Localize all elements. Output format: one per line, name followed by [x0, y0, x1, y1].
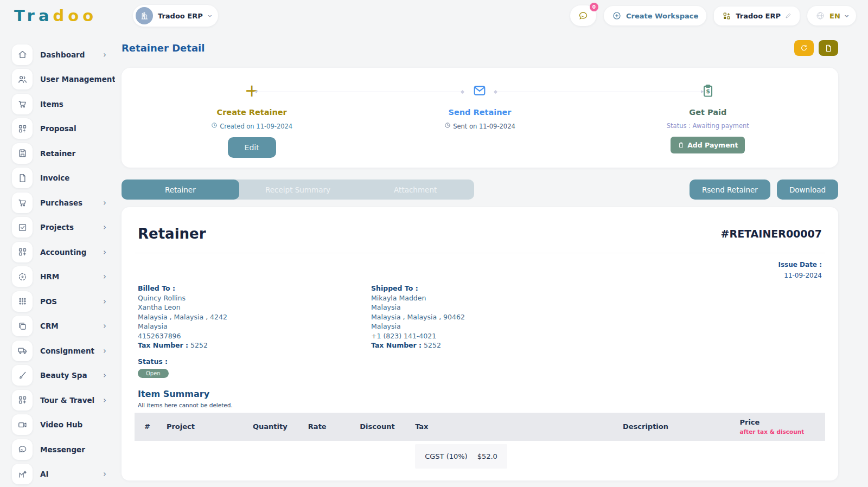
sidebar-item-dashboard[interactable]: Dashboard› [12, 42, 110, 67]
create-workspace-label: Create Workspace [626, 12, 698, 20]
sidebar-item-video-hub[interactable]: Video Hub [12, 413, 110, 438]
sidebar-item-hrm[interactable]: HRM› [12, 265, 110, 290]
sidebar-item-tour-travel[interactable]: Tour & Travel› [12, 388, 110, 413]
empty-cell [556, 441, 735, 471]
workspace-grid-icon [722, 11, 731, 21]
tax-detail-cell: CGST (10%)$52.0 [411, 441, 556, 471]
add-payment-button[interactable]: Add Payment [671, 137, 745, 153]
truck-icon [12, 341, 33, 361]
column-header-tax: Tax [411, 413, 556, 441]
empty-cell [162, 441, 248, 471]
sidebar-item-label: Items [40, 100, 63, 108]
sidebar-item-label: Consignment [40, 347, 94, 355]
sidebar-item-projects[interactable]: Projects› [12, 215, 110, 240]
shipped-to-block: Shipped To :Mikayla MaddenMalaysiaMalays… [371, 284, 604, 350]
svg-text:$: $ [706, 88, 710, 95]
edit-button[interactable]: Edit [228, 137, 276, 158]
language-label: EN [829, 12, 840, 20]
chevron-right-icon: › [103, 222, 110, 232]
address-line: Xantha Leon [138, 303, 371, 312]
scan-circle-icon [12, 266, 33, 287]
tax-number-line: Tax Number : 5252 [371, 341, 604, 350]
step-send-subtitle: Sent on 11-09-2024 [444, 122, 515, 130]
refresh-button[interactable] [794, 40, 814, 56]
sidebar-item-beauty-spa[interactable]: Beauty Spa› [12, 363, 110, 388]
qr-icon [12, 118, 33, 139]
cell-rate: $520.0 [304, 471, 355, 481]
language-selector[interactable]: EN › [807, 6, 856, 25]
refresh-icon [800, 44, 808, 53]
sidebar-item-user-management[interactable]: User Management› [12, 67, 110, 92]
resend-retainer-button[interactable]: Rsend Retainer [690, 180, 770, 200]
cell-description: - [556, 471, 735, 481]
workspace-avatar [136, 7, 153, 24]
sidebar-item-ai[interactable]: AI› [12, 462, 110, 487]
status-badge: Open [138, 369, 169, 378]
empty-cell [304, 441, 355, 471]
document-title: Retainer [138, 226, 206, 242]
file-icon [12, 168, 33, 188]
tab-retainer[interactable]: Retainer [122, 180, 239, 200]
tax-number-label: Tax Number : [138, 341, 188, 349]
sidebar-item-label: Tour & Travel [40, 396, 94, 405]
cart-icon [12, 94, 33, 114]
chat-button[interactable]: 0 [570, 5, 596, 26]
download-button[interactable]: Download [777, 180, 838, 200]
sidebar-item-retainer[interactable]: Retainer [12, 141, 110, 166]
file-icon [824, 44, 833, 53]
step-connector [255, 92, 463, 92]
sidebar-item-proposal[interactable]: Proposal [12, 117, 110, 142]
empty-cell [735, 441, 825, 471]
sidebar: Dashboard›User Management›ItemsProposalR… [0, 31, 115, 487]
sidebar-item-label: Dashboard [40, 50, 85, 59]
chevron-right-icon: › [103, 50, 110, 60]
sidebar-item-purchases[interactable]: Purchases› [12, 190, 110, 215]
column-header-project: Project [162, 413, 248, 441]
video-icon [12, 414, 33, 435]
status-block: Status : Open [138, 357, 822, 378]
item-summary-title: Item Summary [138, 389, 822, 399]
sidebar-item-crm[interactable]: CRM› [12, 314, 110, 339]
tax-detail-row: CGST (10%)$52.0 [135, 441, 825, 471]
tab-attachment[interactable]: Attachment [356, 180, 474, 200]
users-icon [12, 69, 33, 89]
retainer-number: #RETAINER00007 [721, 228, 822, 240]
chevron-right-icon: › [103, 297, 110, 306]
items-table: #ProjectQuantityRateDiscountTaxDescripti… [135, 413, 825, 481]
tax-number-label: Tax Number : [371, 341, 422, 349]
address-line: Malaysia [371, 322, 604, 331]
sidebar-item-pos[interactable]: POS› [12, 289, 110, 314]
address-line: 4152637896 [138, 331, 371, 341]
column-header-: # [135, 413, 162, 441]
chevron-right-icon: › [103, 370, 110, 380]
sidebar-item-label: CRM [40, 322, 59, 330]
empty-cell [248, 441, 304, 471]
sidebar-item-label: POS [40, 297, 57, 306]
step-create-retainer: + Create Retainer Created on 11-09-2024 … [138, 82, 366, 158]
workspace-selector[interactable]: Tradoo ERP › [133, 5, 218, 27]
workspace-selector-label: Tradoo ERP [158, 12, 203, 20]
create-workspace-button[interactable]: Create Workspace [604, 6, 706, 25]
page-title: Retainer Detail [122, 42, 205, 54]
chat-bubble-icon [578, 10, 589, 21]
empty-cell [355, 441, 411, 471]
chevron-down-icon: › [205, 14, 213, 17]
sidebar-item-items[interactable]: Items [12, 92, 110, 117]
address-line: Malaysia [371, 303, 604, 312]
sidebar-item-accounting[interactable]: Accounting› [12, 240, 110, 265]
chat-badge: 0 [590, 3, 598, 11]
sidebar-item-consignment[interactable]: Consignment› [12, 338, 110, 363]
workspace-button[interactable]: Tradoo ERP [714, 7, 800, 25]
sidebar-item-invoice[interactable]: Invoice [12, 166, 110, 191]
top-bar: Tradoo Tradoo ERP › 0 Create Workspace T… [0, 0, 868, 31]
sidebar-item-messenger[interactable]: Messenger [12, 437, 110, 462]
price-header-subnote: after tax & discount [739, 428, 821, 435]
address-line: Quincy Rollins [138, 293, 371, 303]
status-label: Status : [138, 357, 822, 366]
clock-icon [444, 122, 451, 130]
tax-number-line: Tax Number : 5252 [138, 341, 371, 350]
tab-receipt-summary[interactable]: Receipt Summary [239, 180, 357, 200]
payment-receipt-icon: $ [700, 82, 716, 99]
document-button[interactable] [819, 40, 838, 56]
price-header-label: Price [739, 418, 821, 426]
